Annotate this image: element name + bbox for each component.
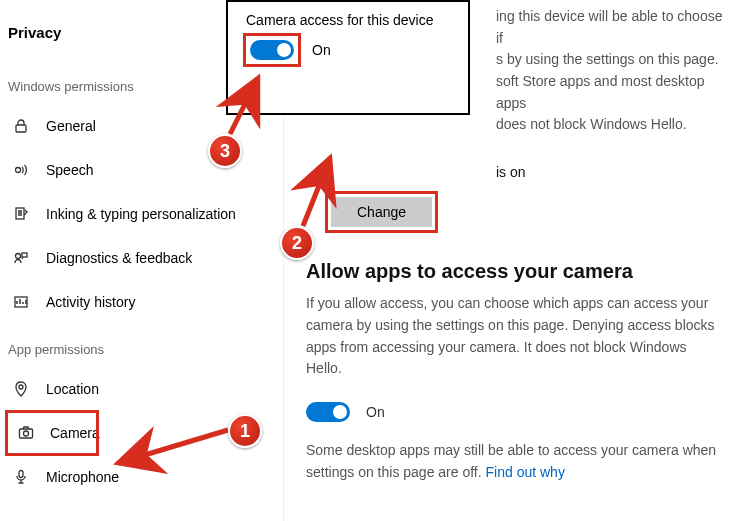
choose-apps-heading: Choose which Microsoft Store apps can ac… (306, 483, 724, 521)
svg-rect-0 (16, 125, 26, 132)
sidebar-item-label: Speech (46, 162, 93, 178)
sidebar-item-label: Camera (50, 425, 100, 441)
allow-apps-toggle[interactable] (306, 402, 350, 422)
sidebar-item-inking[interactable]: Inking & typing personalization (0, 192, 283, 236)
svg-point-6 (19, 385, 23, 389)
allow-apps-heading: Allow apps to access your camera (306, 230, 724, 283)
allow-apps-toggle-label: On (366, 404, 385, 420)
camera-icon (18, 425, 34, 441)
sidebar-item-activity[interactable]: Activity history (0, 280, 283, 324)
svg-point-3 (16, 254, 21, 259)
sidebar-item-microphone[interactable]: Microphone (0, 455, 283, 499)
popup-toggle-highlight (246, 36, 298, 64)
annotation-badge-3: 3 (208, 134, 242, 168)
inking-icon (12, 206, 30, 222)
microphone-icon (12, 469, 30, 485)
svg-point-8 (24, 431, 29, 436)
sidebar-item-label: Location (46, 381, 99, 397)
popup-device-toggle[interactable] (250, 40, 294, 60)
lock-icon (12, 118, 30, 134)
change-button-highlight: Change (328, 194, 435, 230)
find-out-why-link[interactable]: Find out why (486, 464, 565, 480)
sidebar-item-label: Microphone (46, 469, 119, 485)
popup-toggle-label: On (312, 42, 331, 58)
svg-point-1 (16, 168, 21, 173)
activity-icon (12, 294, 30, 310)
svg-rect-4 (22, 253, 27, 257)
svg-rect-9 (19, 471, 23, 478)
camera-access-popup: Camera access for this device On (226, 0, 470, 115)
desktop-apps-note: Some desktop apps may still be able to a… (306, 422, 724, 483)
change-button[interactable]: Change (331, 197, 432, 227)
sidebar-item-diagnostics[interactable]: Diagnostics & feedback (0, 236, 283, 280)
sidebar-item-label: Inking & typing personalization (46, 206, 236, 222)
sidebar-item-label: Diagnostics & feedback (46, 250, 192, 266)
speech-icon (12, 162, 30, 178)
annotation-badge-1: 1 (228, 414, 262, 448)
device-access-status: is on (306, 136, 724, 190)
sidebar-item-location[interactable]: Location (0, 367, 283, 411)
sidebar-item-camera[interactable]: Camera (6, 411, 98, 455)
popup-title: Camera access for this device (246, 12, 456, 28)
annotation-badge-2: 2 (280, 226, 314, 260)
sidebar-item-label: Activity history (46, 294, 135, 310)
feedback-icon (12, 250, 30, 266)
section-app-permissions: App permissions (0, 324, 283, 367)
sidebar-item-label: General (46, 118, 96, 134)
allow-apps-description: If you allow access, you can choose whic… (306, 283, 724, 380)
location-icon (12, 381, 30, 397)
